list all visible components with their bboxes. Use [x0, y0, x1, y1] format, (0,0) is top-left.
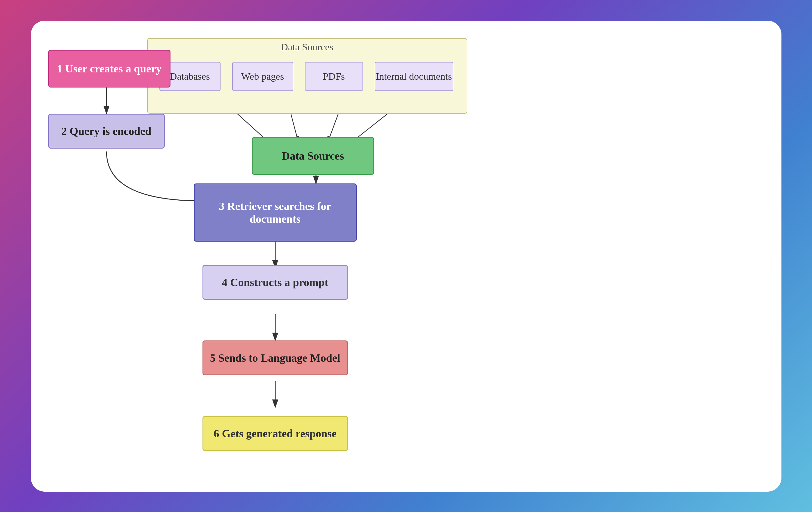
datasources-container: Data Sources Databases Web pages PDFs In… [147, 38, 467, 114]
datasources-title: Data Sources [281, 41, 333, 53]
datasource-webpages: Web pages [232, 62, 293, 91]
node-constructs-prompt: 4 Constructs a prompt [202, 265, 348, 300]
node-sends-lm: 5 Sends to Language Model [202, 340, 348, 375]
node-gets-response: 6 Gets generated response [202, 416, 348, 451]
node-retriever: 3 Retriever searches for documents [194, 183, 357, 242]
node-query-encoded: 2 Query is encoded [48, 114, 165, 149]
node-vector-db: Data Sources [252, 137, 374, 175]
node-user-query: 1 User creates a query [48, 50, 171, 88]
datasource-pdfs: PDFs [305, 62, 363, 91]
diagram-card: Data Sources Databases Web pages PDFs In… [31, 21, 781, 492]
datasource-internal: Internal documents [375, 62, 453, 91]
